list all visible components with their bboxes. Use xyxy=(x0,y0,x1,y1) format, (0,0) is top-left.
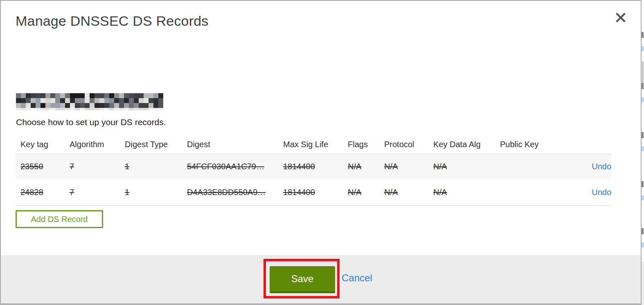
background-text-fragment xyxy=(642,83,644,89)
digest-type-value: 1 xyxy=(125,162,129,171)
col-header-digest-type: Digest Type xyxy=(120,136,182,154)
digest-type-value: 1 xyxy=(125,188,129,197)
ds-records-table: Key tag Algorithm Digest Type Digest Max… xyxy=(16,136,611,206)
background-footer-fragment xyxy=(642,262,644,305)
intro-text: Choose how to set up your DS records. xyxy=(16,117,166,127)
col-header-max-sig-life: Max Sig Life xyxy=(278,136,343,154)
key-tag-value: 24828 xyxy=(20,188,43,197)
background-page-sliver xyxy=(642,0,644,305)
x-close-icon xyxy=(615,12,626,23)
background-text-fragment xyxy=(642,132,644,138)
flags-value: N/A xyxy=(348,188,361,197)
modal-footer: Save Cancel xyxy=(1,255,641,303)
protocol-value: N/A xyxy=(384,162,398,171)
col-header-key-data-alg: Key Data Alg xyxy=(428,136,495,154)
col-header-flags: Flags xyxy=(343,136,379,154)
background-text-fragment xyxy=(642,228,644,234)
background-link-fragment xyxy=(642,146,644,151)
add-ds-record-button[interactable]: Add DS Record xyxy=(16,210,103,228)
col-header-key-tag: Key tag xyxy=(16,136,65,154)
scrollbar-thumb[interactable] xyxy=(642,61,644,84)
digest-value: D4A33E8DD550A9… xyxy=(187,188,266,197)
background-text-fragment xyxy=(642,181,644,187)
col-header-algorithm: Algorithm xyxy=(65,136,120,154)
key-tag-value: 23550 xyxy=(20,162,43,171)
key-data-alg-value: N/A xyxy=(433,188,447,197)
digest-value: 54FCF030AA1C79… xyxy=(187,162,264,171)
background-link-fragment xyxy=(642,97,644,102)
undo-link[interactable]: Undo xyxy=(592,162,611,171)
key-data-alg-value: N/A xyxy=(433,162,447,171)
save-button[interactable]: Save xyxy=(270,266,335,293)
close-icon[interactable] xyxy=(614,11,628,25)
cancel-link[interactable]: Cancel xyxy=(342,272,372,284)
flags-value: N/A xyxy=(348,162,361,171)
background-text-fragment xyxy=(642,32,644,38)
dnssec-ds-records-modal: Manage DNSSEC DS Records Choose how to s… xyxy=(0,0,642,305)
max-sig-life-value: 1814400 xyxy=(283,162,315,171)
col-header-public-key: Public Key xyxy=(495,136,565,154)
col-header-actions xyxy=(565,136,611,154)
table-header-row: Key tag Algorithm Digest Type Digest Max… xyxy=(16,136,611,154)
page-title: Manage DNSSEC DS Records xyxy=(16,13,209,29)
max-sig-life-value: 1814400 xyxy=(283,188,315,197)
algorithm-value: 7 xyxy=(70,162,74,171)
table-row: 23550 7 1 54FCF030AA1C79… 1814400 N/A N/… xyxy=(16,154,611,179)
background-link-fragment xyxy=(642,242,644,247)
col-header-protocol: Protocol xyxy=(379,136,428,154)
algorithm-value: 7 xyxy=(70,188,74,197)
col-header-digest: Digest xyxy=(182,136,278,154)
background-link-fragment xyxy=(642,46,644,51)
annotation-highlight-box: Save xyxy=(263,259,340,298)
background-link-fragment xyxy=(642,195,644,200)
undo-link[interactable]: Undo xyxy=(592,188,611,197)
table-row: 24828 7 1 D4A33E8DD550A9… 1814400 N/A N/… xyxy=(16,179,611,205)
protocol-value: N/A xyxy=(384,188,398,197)
redacted-domain-name xyxy=(16,93,163,110)
